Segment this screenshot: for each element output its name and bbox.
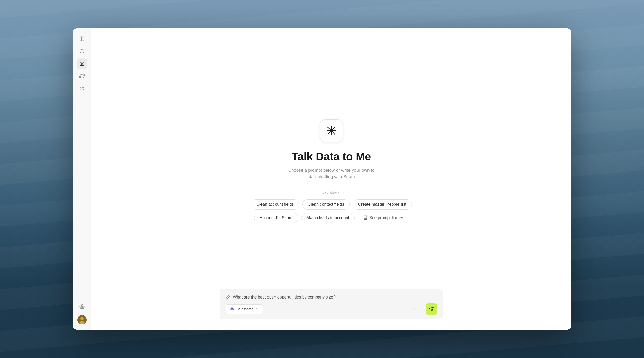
source-selector[interactable]: Salesforce [226,304,263,314]
page-title: Talk Data to Me [292,150,371,163]
svg-point-9 [81,317,84,320]
ask-label: Ask about: [322,191,341,195]
chip-clean-account[interactable]: Clean account fields [251,199,299,210]
chip-match-leads[interactable]: Match leads to account [301,213,355,223]
chevron-down-icon [256,307,259,311]
input-footer: Salesforce 0/2000 [226,303,437,315]
wand-icon [226,295,230,300]
sidebar-bottom [77,302,87,324]
library-label: See prompt library [369,216,403,220]
svg-point-18 [327,130,328,131]
toggle-sidebar-button[interactable] [77,34,87,44]
svg-rect-0 [80,37,84,41]
svg-point-20 [328,127,329,128]
book-icon [363,215,367,221]
chip-clean-contact[interactable]: Clean contact fields [302,199,350,210]
new-button[interactable] [77,46,87,56]
svg-point-17 [331,134,332,135]
chips-row-1: Clean account fields Clean contact field… [251,199,412,210]
chip-create-people[interactable]: Create master 'People' list [353,199,412,210]
footer-right: 0/2000 [411,303,437,315]
svg-point-19 [335,130,336,131]
sidebar [73,28,91,330]
avatar[interactable] [77,315,87,324]
sync-button[interactable] [77,71,87,81]
home-button[interactable] [77,58,87,69]
team-button[interactable] [77,83,87,94]
svg-point-15 [330,130,332,132]
chips-row-2: Account Fit Score Match leads to account… [254,213,408,223]
input-placeholder: What are the best open opportunities by … [233,295,336,299]
source-label: Salesforce [236,307,253,311]
page-subtitle: Choose a prompt below or write your own … [288,167,375,180]
text-cursor [336,295,336,300]
svg-point-5 [81,87,82,88]
sidebar-top [77,34,87,300]
app-window: Talk Data to Me Choose a prompt below or… [73,28,571,330]
main-content: Talk Data to Me Choose a prompt below or… [91,28,571,330]
svg-point-23 [328,133,329,134]
char-count: 0/2000 [411,307,422,311]
chip-account-fit[interactable]: Account Fit Score [254,213,298,223]
input-box: What are the best open opportunities by … [220,289,443,319]
svg-point-22 [334,127,335,128]
chips-container: Clean account fields Clean contact field… [251,199,412,223]
settings-button[interactable] [77,302,87,312]
input-area: What are the best open opportunities by … [220,289,443,319]
svg-point-21 [334,133,335,134]
svg-point-27 [231,308,232,309]
svg-point-16 [331,126,332,127]
center-area: Talk Data to Me Choose a prompt below or… [91,28,571,330]
send-button[interactable] [426,303,437,315]
chip-library[interactable]: See prompt library [358,213,408,223]
input-row: What are the best open opportunities by … [226,294,437,300]
app-icon [320,119,343,142]
svg-point-6 [82,87,83,88]
salesforce-icon [230,307,234,312]
input-field[interactable]: What are the best open opportunities by … [233,294,437,300]
svg-point-7 [81,306,83,308]
